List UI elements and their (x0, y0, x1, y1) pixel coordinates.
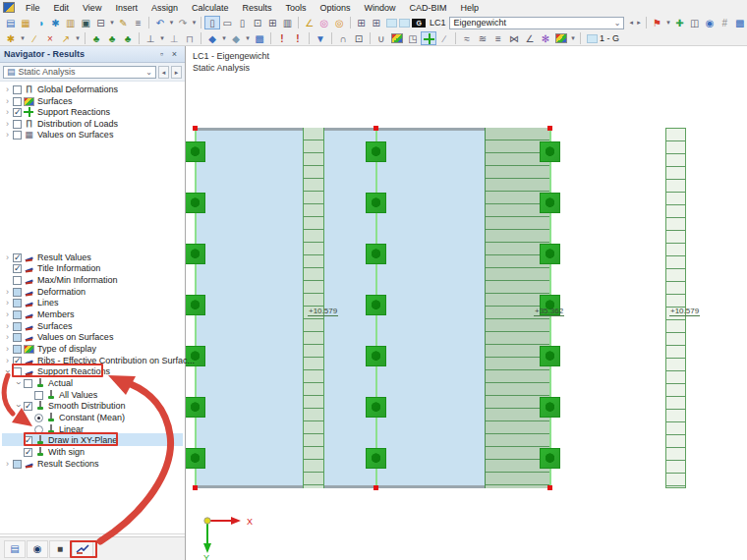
chevron-right-icon[interactable]: › (3, 332, 12, 342)
view-panel-icon[interactable]: ▯ (235, 16, 250, 29)
report-icon[interactable]: ≡ (131, 16, 145, 29)
new-node-icon[interactable]: ✱ (3, 31, 19, 45)
support-symbol[interactable] (540, 346, 560, 366)
smoothing-5-icon[interactable]: ∠ (522, 31, 538, 45)
redo-icon[interactable]: ↷ (175, 16, 190, 29)
open-icon[interactable]: ▦ (18, 16, 32, 29)
polyline-tool-icon[interactable]: ∠ (302, 16, 316, 29)
node-arrow-icon[interactable]: ▾ (19, 31, 27, 45)
view-printout-icon[interactable]: ⊡ (250, 16, 264, 29)
nodal-support-icon[interactable]: ♣ (88, 31, 104, 45)
undo-arrow-icon[interactable]: ▾ (168, 16, 176, 29)
circle-tool-icon[interactable]: ◎ (332, 16, 347, 29)
analysis-combo[interactable]: ▤ Static Analysis ⌄ (3, 66, 156, 79)
menu-window[interactable]: Window (358, 2, 403, 14)
checkbox[interactable] (13, 299, 22, 308)
new-line-icon[interactable]: ∕ (27, 31, 42, 45)
support-symbol[interactable] (186, 193, 205, 213)
menu-edit[interactable]: Edit (47, 2, 77, 14)
support-symbol[interactable] (186, 141, 205, 162)
save-icon[interactable]: ▣ (78, 16, 92, 29)
menu-insert[interactable]: Insert (108, 2, 144, 14)
tree-item-lines[interactable]: ›Lines (0, 297, 59, 308)
checkbox[interactable] (13, 120, 22, 129)
support-symbol[interactable] (186, 448, 205, 469)
iso-cube-icon[interactable]: ◳ (405, 31, 421, 45)
checkbox[interactable] (13, 310, 22, 319)
checkbox[interactable] (13, 460, 22, 469)
menu-results[interactable]: Results (235, 2, 278, 14)
checkbox[interactable] (34, 391, 43, 400)
loadcase-table-icon[interactable]: ⊞ (354, 16, 369, 29)
support-symbol[interactable] (366, 448, 386, 469)
chevron-right-icon[interactable]: › (3, 119, 12, 129)
navigator-titlebar[interactable]: Navigator - Results ▫ × (0, 46, 185, 63)
chevron-down-icon[interactable]: › (14, 379, 24, 388)
new-member-icon[interactable]: ↗ (58, 31, 74, 45)
show-results-icon[interactable]: ✚ (672, 16, 687, 29)
display-eye-icon[interactable]: ◉ (27, 540, 48, 558)
chevron-down-icon[interactable]: › (3, 367, 13, 376)
archive-icon[interactable]: ▥ (63, 16, 78, 29)
menu-calculate[interactable]: Calculate (185, 2, 236, 14)
result-tables-icon[interactable]: ◫ (687, 16, 702, 29)
chevron-right-icon[interactable]: › (3, 96, 12, 106)
nodal-load-arrow-icon[interactable]: ▾ (220, 31, 228, 45)
chevron-right-icon[interactable]: › (3, 459, 12, 469)
chevron-right-icon[interactable]: › (3, 130, 12, 140)
spline-tool-icon[interactable]: ◎ (316, 16, 331, 29)
combo-next-button[interactable]: ▸ (171, 66, 182, 79)
palette-icon[interactable] (553, 31, 569, 45)
tree-item-actual[interactable]: ›Actual (0, 377, 73, 389)
member-arrow-icon[interactable]: ▾ (74, 31, 82, 45)
checkbox[interactable] (13, 264, 22, 273)
smoothing-4-icon[interactable]: ⋈ (506, 31, 522, 45)
print-icon[interactable]: ⊟ (93, 16, 108, 29)
rainbow-icon[interactable] (389, 31, 405, 45)
chevron-right-icon[interactable]: › (3, 107, 12, 117)
model-viewport[interactable]: LC1 - Eigengewicht Static Analysis +10.5… (186, 46, 747, 560)
loadcase-combo[interactable]: Eigengewicht ⌄ (449, 17, 624, 29)
smoothing-1-icon[interactable]: ≈ (459, 31, 475, 45)
render-cube-icon[interactable]: ▩ (732, 16, 747, 29)
view-tables-icon[interactable]: ▭ (220, 16, 235, 29)
tree-item-members[interactable]: ›Members (0, 308, 75, 320)
support-symbol[interactable] (366, 295, 386, 315)
next-loadcase-icon[interactable]: ▸ (635, 16, 643, 29)
mesh-icon[interactable]: ⊥ (143, 31, 158, 45)
probe-values-icon[interactable]: ◉ (702, 16, 717, 29)
tree-item-smooth-distribution[interactable]: ›Smooth Distribution (0, 400, 126, 412)
imperfection-2-icon[interactable]: ! (290, 31, 306, 45)
support-symbol[interactable] (366, 397, 386, 418)
print-arrow-icon[interactable]: ▾ (108, 16, 116, 29)
hinge-icon[interactable]: ⊥ (166, 31, 182, 45)
support-symbol[interactable] (540, 397, 560, 418)
chevron-right-icon[interactable]: › (3, 344, 12, 354)
view-sections-icon[interactable]: ⊞ (264, 16, 279, 29)
checkbox[interactable] (13, 288, 22, 297)
tree-item-values-on-surfaces-upper[interactable]: ›▦Values on Surfaces (0, 129, 113, 140)
menu-assign[interactable]: Assign (144, 2, 185, 14)
prev-loadcase-icon[interactable]: ◂ (627, 16, 635, 29)
undo-icon[interactable]: ↶ (152, 16, 167, 29)
panel-scale-selector[interactable]: 1 - G (587, 33, 619, 43)
member-load-icon[interactable]: ◆ (228, 31, 244, 45)
grid-values-icon[interactable]: # (718, 16, 732, 29)
recent-icon[interactable]: ◑ (33, 16, 48, 29)
checkbox[interactable] (13, 97, 22, 106)
checkbox[interactable] (24, 448, 32, 457)
settings-icon[interactable]: ✱ (48, 16, 63, 29)
support-reactions-display-icon[interactable] (421, 31, 436, 45)
menu-view[interactable]: View (76, 2, 108, 14)
chevron-right-icon[interactable]: › (3, 287, 12, 297)
model-import-icon[interactable]: ▤ (3, 16, 18, 29)
radio-button[interactable] (34, 414, 43, 422)
solid-icon[interactable]: ▩ (252, 31, 267, 45)
close-icon[interactable]: × (168, 49, 181, 59)
chevron-right-icon[interactable]: › (3, 298, 12, 308)
imperfection-1-icon[interactable]: ! (274, 31, 290, 45)
section-box-icon[interactable]: ⊡ (351, 31, 367, 45)
view-display-icon[interactable]: ▥ (280, 16, 295, 29)
tree-item-title-information[interactable]: ›Title Information (0, 262, 100, 274)
checkbox[interactable] (13, 108, 22, 117)
